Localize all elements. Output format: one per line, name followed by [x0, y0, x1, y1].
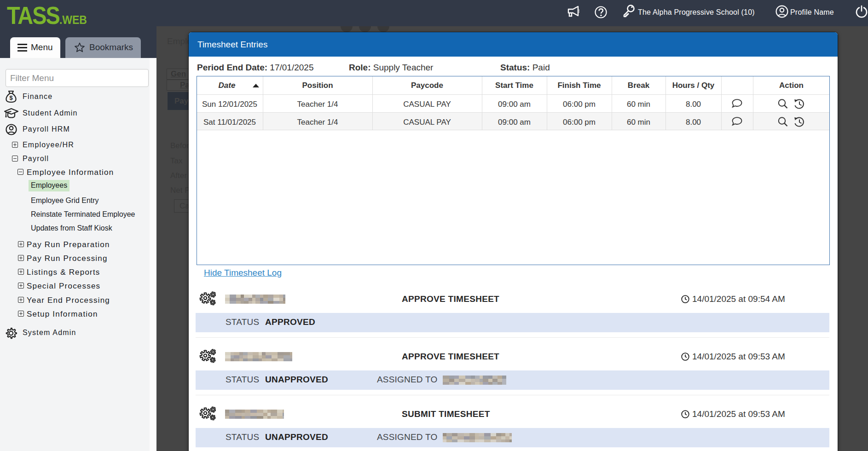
svg-text:$: $ — [9, 94, 13, 101]
